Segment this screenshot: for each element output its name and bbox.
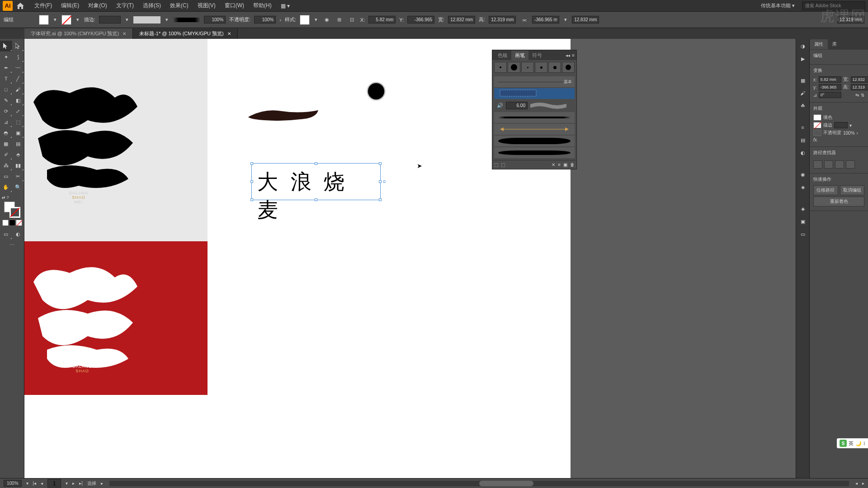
gradient-tool[interactable]: ▤ (12, 138, 24, 149)
recolor-icon[interactable]: ◉ (322, 15, 331, 24)
hand-tool[interactable]: ✋ (0, 182, 12, 192)
options-icon[interactable]: ≡ (558, 162, 561, 167)
menu-view[interactable]: 视图(V) (193, 2, 220, 9)
new-brush-icon[interactable]: ▣ (563, 162, 567, 167)
brush-thick-2[interactable] (494, 147, 575, 158)
ime-indicator[interactable]: S英🌙⁞ (837, 438, 868, 448)
horizontal-scrollbar[interactable] (109, 481, 849, 486)
stroke-profile[interactable] (133, 16, 160, 23)
graph-tool[interactable]: ▮▮ (12, 160, 24, 171)
stroke-dd[interactable]: ▾ (75, 16, 80, 24)
speaker-icon[interactable]: 🔊 (497, 103, 503, 108)
selection-bounds[interactable]: 大 浪 烧 麦 (251, 163, 381, 200)
perspective-tool[interactable]: ▣ (12, 127, 24, 138)
graphic-styles-icon[interactable]: ◈ (798, 183, 807, 192)
brushes-icon[interactable]: 🖌 (798, 89, 807, 98)
close-icon[interactable]: ✕ (123, 31, 126, 36)
prop-x[interactable] (819, 76, 841, 83)
stock-search[interactable]: 搜索 Adobe Stock (802, 1, 865, 10)
color-guide-icon[interactable]: ▶ (798, 54, 807, 63)
shaper-tool[interactable]: ✎ (0, 95, 12, 106)
menu-help[interactable]: 帮助(H) (249, 2, 276, 9)
prop-angle[interactable] (819, 92, 841, 98)
slice-tool[interactable]: ✂ (12, 171, 24, 182)
h-input[interactable] (489, 16, 516, 23)
offset-path-btn[interactable]: 位移路径 (813, 185, 838, 195)
pathfinder-exclude[interactable] (846, 160, 855, 169)
swatches-tab[interactable]: 色板 (494, 51, 511, 60)
libraries-tab[interactable]: 库 (828, 39, 841, 49)
prop-h[interactable] (851, 84, 868, 90)
edit-toolbar[interactable]: ⋯ (0, 239, 24, 250)
brush-charcoal[interactable] (494, 112, 575, 123)
properties-tab[interactable]: 属性 (810, 39, 828, 49)
magic-wand-tool[interactable]: ✦ (0, 52, 12, 62)
artboard-tool[interactable]: ▭ (0, 171, 12, 182)
menu-type[interactable]: 文字(T) (112, 2, 138, 9)
collapse-icon[interactable]: ◂◂ (566, 53, 570, 58)
stroke-box[interactable] (9, 207, 20, 218)
selection-tool[interactable] (0, 41, 12, 52)
doc-tab-2[interactable]: 未标题-1* @ 100% (CMYK/GPU 预览)✕ (133, 28, 238, 39)
menu-arrange-icon[interactable]: ▦ ▾ (276, 3, 294, 9)
free-transform-tool[interactable]: ⬚ (12, 117, 24, 127)
ungroup-btn[interactable]: 取消编组 (840, 185, 865, 195)
prop-stroke[interactable] (813, 122, 821, 128)
remove-stroke-icon[interactable]: ✕ (552, 162, 555, 167)
menu-window[interactable]: 窗口(W) (220, 2, 249, 9)
lib-menu-icon[interactable]: ⬚ (501, 162, 505, 167)
flip-h-icon[interactable]: ⇋ (855, 93, 859, 98)
menu-icon[interactable]: ≡ (572, 53, 575, 58)
brush-arrow[interactable] (494, 124, 575, 135)
blend-tool[interactable]: ⬘ (12, 149, 24, 160)
delete-icon[interactable]: 🗑 (570, 162, 575, 167)
layers-icon[interactable]: ◈ (798, 204, 807, 213)
fill-stroke-control[interactable]: ⇄ ? (0, 192, 24, 229)
tr-input[interactable] (837, 16, 864, 23)
zoom-tool[interactable]: 🔍 (12, 182, 24, 192)
stroke-swatch[interactable] (61, 15, 71, 25)
gradient-icon[interactable]: ▤ (798, 136, 807, 145)
swatches-icon[interactable]: ▦ (798, 76, 807, 85)
stroke-icon[interactable]: ≡ (798, 123, 807, 132)
close-icon[interactable]: ✕ (227, 31, 231, 36)
menu-object[interactable]: 对象(O) (84, 2, 111, 9)
brush-selected[interactable] (494, 88, 575, 99)
rectangle-tool[interactable]: □ (0, 84, 12, 95)
curvature-tool[interactable]: 〰 (12, 62, 24, 73)
home-icon[interactable] (16, 2, 24, 10)
lasso-tool[interactable]: ⟆ (12, 52, 24, 62)
symbols-icon[interactable]: ☘ (798, 101, 807, 110)
y-input[interactable] (407, 16, 434, 23)
pathfinder-minus[interactable] (824, 160, 833, 169)
appearance-icon[interactable]: ◉ (798, 170, 807, 179)
symbols-tab[interactable]: 符号 (528, 51, 546, 60)
direct-selection-tool[interactable] (12, 41, 24, 52)
style-swatch[interactable] (300, 15, 310, 25)
w-input[interactable] (448, 16, 475, 23)
zoom-level[interactable]: 100% (4, 480, 22, 487)
transparency-icon[interactable]: ◐ (798, 148, 807, 157)
asset-export-icon[interactable]: ▣ (798, 217, 807, 226)
brush-basic[interactable]: 基本 (494, 76, 575, 87)
symbol-sprayer-tool[interactable]: ⁂ (0, 160, 12, 171)
constrain-icon[interactable]: ⫘ (519, 15, 528, 24)
transform-icon[interactable]: ⊡ (348, 15, 357, 24)
menu-effect[interactable]: 效果(C) (165, 2, 193, 9)
ty-input[interactable] (572, 16, 599, 23)
eyedropper-tool[interactable]: ✐ (0, 149, 12, 160)
brush-preview[interactable] (173, 18, 200, 22)
opacity-input[interactable] (254, 16, 276, 23)
shape-builder-tool[interactable]: ◓ (0, 127, 12, 138)
tx-input[interactable] (532, 16, 559, 23)
line-tool[interactable]: ╱ (12, 73, 24, 84)
artboard-num[interactable] (47, 479, 61, 488)
pathfinder-intersect[interactable] (835, 160, 844, 169)
prop-fill[interactable] (813, 114, 821, 121)
stroke-weight[interactable] (99, 16, 121, 23)
align-icon[interactable]: ⊞ (335, 15, 344, 24)
doc-tab-1[interactable]: 字体研究.ai @ 100% (CMYK/GPU 预览)✕ (24, 28, 133, 39)
library-icon[interactable]: ⬚ (494, 162, 498, 167)
brush-pct[interactable] (204, 16, 226, 23)
scale-tool[interactable]: ⤢ (12, 106, 24, 117)
